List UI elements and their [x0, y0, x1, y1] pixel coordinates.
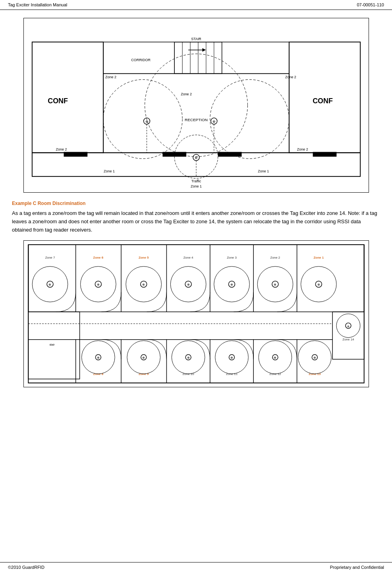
header-doc-number: 07-00051-110	[357, 2, 384, 7]
svg-rect-4	[103, 73, 289, 153]
svg-text:Zone 2: Zone 2	[56, 147, 67, 151]
svg-rect-37	[64, 152, 87, 157]
svg-text:Zone 6: Zone 6	[93, 256, 103, 259]
svg-text:RECEPTION: RECEPTION	[185, 118, 208, 122]
svg-point-27	[103, 79, 182, 158]
svg-text:⊕: ⊕	[313, 356, 316, 360]
svg-rect-38	[162, 152, 186, 157]
svg-text:⊕: ⊕	[274, 356, 276, 360]
svg-text:Zone 7: Zone 7	[45, 256, 55, 259]
svg-point-28	[145, 54, 247, 157]
svg-text:⊕: ⊕	[317, 283, 320, 287]
svg-text:Zone 2: Zone 2	[105, 75, 116, 79]
svg-text:CORRIDOR: CORRIDOR	[131, 58, 151, 62]
svg-text:⊕: ⊕	[145, 120, 148, 124]
svg-text:⊕: ⊕	[187, 283, 189, 287]
svg-text:Zone 4: Zone 4	[183, 256, 193, 259]
svg-text:Zone 14: Zone 14	[342, 338, 354, 341]
svg-text:⊕: ⊕	[142, 283, 145, 287]
svg-text:CONF: CONF	[48, 97, 68, 105]
svg-text:Zone 5: Zone 5	[138, 256, 149, 259]
svg-rect-40	[313, 152, 336, 157]
svg-text:Zone 1: Zone 1	[258, 169, 269, 173]
svg-text:⊕: ⊕	[347, 325, 349, 328]
svg-text:Zone 2: Zone 2	[285, 75, 296, 79]
svg-text:Zone 2: Zone 2	[297, 147, 308, 151]
page-header: Tag Exciter Installation Manual 07-00051…	[0, 0, 392, 10]
svg-rect-39	[218, 152, 241, 157]
page-content: STAIR CORRIDOR RECEPTION CONF CONF Zone …	[0, 10, 392, 411]
svg-text:⊕: ⊕	[97, 356, 99, 360]
svg-text:⊕: ⊕	[230, 283, 233, 287]
svg-text:Zone 2: Zone 2	[270, 256, 280, 259]
page-footer: ©2010 GuardRFID Proprietary and Confiden…	[0, 562, 392, 572]
svg-text:stair: stair	[49, 343, 55, 346]
svg-text:⊕: ⊕	[230, 356, 233, 360]
body-text: As a tag enters a zone/room the tag will…	[12, 209, 380, 234]
diagram-b-floorplan: Zone 7 Zone 6 Zone 5 Zone 4 Zone 3 Zone …	[23, 240, 369, 387]
svg-text:Zone 1: Zone 1	[313, 256, 324, 259]
svg-text:Zone 2: Zone 2	[181, 92, 192, 96]
header-title: Tag Exciter Installation Manual	[8, 2, 67, 7]
svg-text:⊕: ⊕	[195, 156, 198, 160]
svg-text:Traffic: Traffic	[191, 179, 201, 183]
svg-text:CONF: CONF	[313, 97, 333, 105]
footer-copyright: ©2010 GuardRFID	[8, 565, 44, 570]
svg-text:STAIR: STAIR	[191, 37, 201, 41]
footer-confidential: Proprietary and Confidential	[330, 565, 384, 570]
svg-text:⊕: ⊕	[97, 283, 99, 287]
svg-rect-61	[332, 312, 364, 359]
svg-point-29	[210, 79, 289, 158]
svg-text:⊕: ⊕	[212, 120, 215, 124]
svg-text:Zone 1: Zone 1	[191, 184, 202, 188]
svg-text:Zone 1: Zone 1	[104, 169, 115, 173]
svg-text:⊕: ⊕	[187, 356, 189, 360]
svg-text:Zone 3: Zone 3	[227, 256, 237, 259]
svg-text:⊕: ⊕	[274, 283, 276, 287]
section-heading: Example C Room Discrimination	[12, 201, 380, 206]
svg-text:⊕: ⊕	[142, 356, 145, 360]
svg-rect-44	[28, 245, 364, 383]
diagram-a-floorplan: STAIR CORRIDOR RECEPTION CONF CONF Zone …	[23, 18, 369, 193]
svg-text:⊕: ⊕	[48, 283, 51, 287]
